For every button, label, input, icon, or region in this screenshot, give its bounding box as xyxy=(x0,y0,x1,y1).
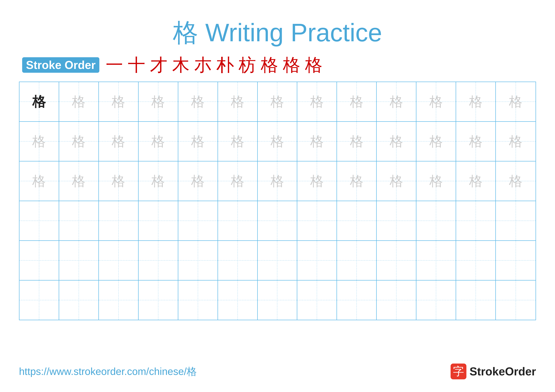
grid-cell[interactable]: 格 xyxy=(496,122,535,161)
cell-char: 格 xyxy=(390,174,403,188)
cell-char: 格 xyxy=(270,174,284,188)
grid-cell[interactable] xyxy=(337,241,377,280)
grid-cell[interactable] xyxy=(20,241,59,280)
cell-char: 格 xyxy=(191,95,204,108)
grid-cell[interactable]: 格 xyxy=(456,82,496,121)
grid-cell[interactable]: 格 xyxy=(297,122,337,161)
grid-cell[interactable] xyxy=(496,201,535,240)
grid-cell[interactable] xyxy=(377,241,416,280)
cell-char: 格 xyxy=(509,95,522,108)
cell-char: 格 xyxy=(270,135,284,148)
grid-cell[interactable] xyxy=(496,241,535,280)
grid-cell[interactable]: 格 xyxy=(139,82,178,121)
grid-cell[interactable]: 格 xyxy=(337,161,377,201)
grid-cell[interactable] xyxy=(456,280,496,320)
grid-cell[interactable] xyxy=(496,280,535,320)
grid-cell[interactable] xyxy=(377,280,416,320)
grid-cell[interactable] xyxy=(456,241,496,280)
cell-char: 格 xyxy=(231,174,244,188)
grid-cell[interactable] xyxy=(99,241,139,280)
grid-cell[interactable]: 格 xyxy=(496,82,535,121)
grid-cell[interactable]: 格 xyxy=(218,161,258,201)
grid-cell[interactable] xyxy=(337,280,377,320)
grid-cell[interactable] xyxy=(416,280,456,320)
grid-cell[interactable] xyxy=(139,201,178,240)
grid-cell[interactable] xyxy=(297,201,337,240)
grid-cell[interactable] xyxy=(59,280,99,320)
stroke-1: 一 xyxy=(106,56,123,74)
grid-row-5 xyxy=(20,241,535,280)
grid-cell[interactable]: 格 xyxy=(258,82,297,121)
grid-cell[interactable]: 格 xyxy=(377,122,416,161)
grid-cell[interactable]: 格 xyxy=(20,82,59,121)
cell-char: 格 xyxy=(509,174,522,188)
grid-cell[interactable] xyxy=(258,280,297,320)
grid-cell[interactable]: 格 xyxy=(178,161,218,201)
logo-text: StrokeOrder xyxy=(470,365,536,378)
grid-cell[interactable] xyxy=(139,241,178,280)
grid-cell[interactable]: 格 xyxy=(178,122,218,161)
grid-cell[interactable]: 格 xyxy=(416,161,456,201)
cell-char: 格 xyxy=(390,95,403,108)
grid-cell[interactable]: 格 xyxy=(59,161,99,201)
grid-cell[interactable] xyxy=(178,280,218,320)
grid-row-2: 格 格 格 格 格 格 格 格 格 格 格 格 格 xyxy=(20,122,535,161)
grid-cell[interactable]: 格 xyxy=(20,122,59,161)
grid-cell[interactable]: 格 xyxy=(416,122,456,161)
grid-cell[interactable] xyxy=(218,201,258,240)
grid-cell[interactable]: 格 xyxy=(496,161,535,201)
grid-cell[interactable] xyxy=(99,280,139,320)
cell-char: 格 xyxy=(151,174,165,188)
grid-cell[interactable]: 格 xyxy=(139,161,178,201)
grid-cell[interactable]: 格 xyxy=(258,122,297,161)
grid-cell[interactable] xyxy=(416,241,456,280)
grid-cell[interactable] xyxy=(258,201,297,240)
grid-cell[interactable] xyxy=(297,241,337,280)
grid-cell[interactable]: 格 xyxy=(377,161,416,201)
grid-cell[interactable]: 格 xyxy=(416,82,456,121)
grid-cell[interactable] xyxy=(99,201,139,240)
grid-cell[interactable]: 格 xyxy=(139,122,178,161)
grid-cell[interactable]: 格 xyxy=(20,161,59,201)
grid-cell[interactable] xyxy=(377,201,416,240)
grid-cell[interactable] xyxy=(456,201,496,240)
grid-cell[interactable] xyxy=(297,280,337,320)
grid-cell[interactable] xyxy=(20,280,59,320)
footer-url[interactable]: https://www.strokeorder.com/chinese/格 xyxy=(19,365,197,378)
grid-cell[interactable] xyxy=(218,241,258,280)
grid-cell[interactable]: 格 xyxy=(59,122,99,161)
cell-char: 格 xyxy=(469,135,482,148)
grid-cell[interactable]: 格 xyxy=(99,82,139,121)
grid-cell[interactable] xyxy=(337,201,377,240)
cell-char: 格 xyxy=(350,135,363,148)
grid-cell[interactable]: 格 xyxy=(99,161,139,201)
grid-cell[interactable] xyxy=(178,201,218,240)
grid-cell[interactable]: 格 xyxy=(337,82,377,121)
grid-row-4 xyxy=(20,201,535,241)
grid-cell[interactable]: 格 xyxy=(377,82,416,121)
grid-cell[interactable]: 格 xyxy=(258,161,297,201)
grid-cell[interactable] xyxy=(416,201,456,240)
grid-cell[interactable]: 格 xyxy=(337,122,377,161)
grid-cell[interactable]: 格 xyxy=(178,82,218,121)
grid-cell[interactable]: 格 xyxy=(59,82,99,121)
stroke-3: 才 xyxy=(150,56,167,74)
grid-cell[interactable] xyxy=(178,241,218,280)
grid-cell[interactable]: 格 xyxy=(99,122,139,161)
grid-cell[interactable] xyxy=(59,241,99,280)
grid-cell[interactable] xyxy=(258,241,297,280)
grid-cell[interactable]: 格 xyxy=(456,122,496,161)
logo-char: 字 xyxy=(453,364,464,379)
stroke-order-row: Stroke Order 一 十 才 木 朩 朴 枋 格 格 格 xyxy=(19,56,536,74)
grid-cell[interactable] xyxy=(218,280,258,320)
grid-cell[interactable] xyxy=(139,280,178,320)
grid-cell[interactable]: 格 xyxy=(456,161,496,201)
title-text: Writing Practice xyxy=(198,18,382,47)
grid-cell[interactable]: 格 xyxy=(297,161,337,201)
grid-cell[interactable]: 格 xyxy=(297,82,337,121)
grid-cell[interactable] xyxy=(20,201,59,240)
grid-cell[interactable]: 格 xyxy=(218,82,258,121)
title-character: 格 xyxy=(173,18,198,47)
grid-cell[interactable]: 格 xyxy=(218,122,258,161)
grid-cell[interactable] xyxy=(59,201,99,240)
